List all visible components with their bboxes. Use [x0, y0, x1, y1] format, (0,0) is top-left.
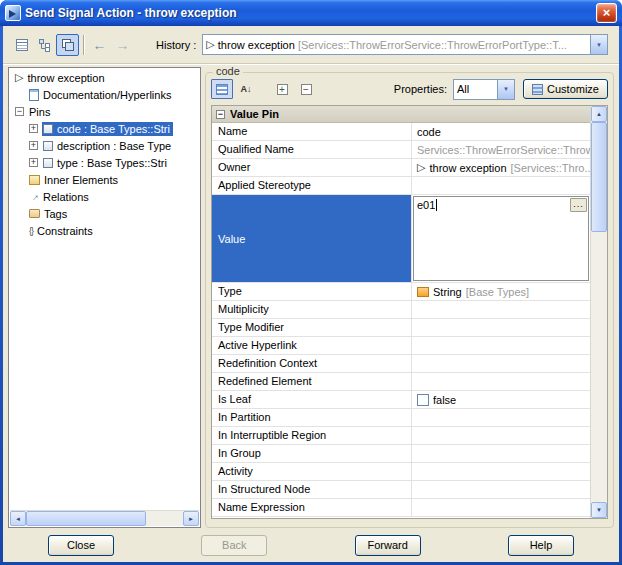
titlebar-close-button[interactable]: × [596, 3, 617, 23]
property-row[interactable]: Redefinition Context [212, 355, 590, 373]
list-view-icon [15, 38, 29, 52]
back-button[interactable]: Back [201, 535, 267, 556]
tree-item[interactable]: −Pins [10, 103, 199, 120]
property-row[interactable]: In Partition [212, 409, 590, 427]
scroll-up-button[interactable]: ▲ [591, 106, 607, 122]
property-value[interactable]: ▷throw exception[Services::Thro... [412, 159, 590, 176]
tree-item[interactable]: →Relations [10, 188, 199, 205]
property-row[interactable]: Type Modifier [212, 319, 590, 337]
list-view-button[interactable] [10, 34, 33, 56]
property-value[interactable] [412, 301, 590, 318]
property-value[interactable] [412, 445, 590, 462]
value-editor[interactable]: e01... [413, 196, 589, 281]
tree-item[interactable]: Documentation/Hyperlinks [10, 86, 199, 103]
history-forward-button[interactable]: → [111, 34, 134, 56]
expand-icon[interactable]: + [29, 158, 38, 167]
tree-item[interactable]: Tags [10, 205, 199, 222]
tree-item[interactable]: +description : Base Type [10, 137, 199, 154]
collapse-all-button[interactable]: − [295, 79, 317, 99]
properties-group: code A↓ + − Properties: All ▼ Customize [205, 72, 614, 528]
scroll-thumb[interactable] [591, 122, 607, 232]
property-value-text: code [417, 126, 441, 138]
property-row[interactable]: Redefined Element [212, 373, 590, 391]
history-combobox[interactable]: ▷ throw exception [Services::ThrowErrorS… [202, 34, 608, 55]
titlebar[interactable]: Send Signal Action - throw exception × [0, 0, 622, 26]
property-row[interactable]: Name Expression [212, 499, 590, 517]
property-value[interactable] [412, 337, 590, 354]
property-row[interactable]: Owner▷throw exception[Services::Thro... [212, 159, 590, 177]
grid-vertical-scrollbar[interactable]: ▲ ▼ [590, 106, 607, 518]
split-view-icon [61, 38, 75, 52]
scroll-thumb[interactable] [26, 511, 146, 526]
tree-item[interactable]: Inner Elements [10, 171, 199, 188]
collapse-icon[interactable]: − [216, 110, 225, 119]
history-value: throw exception [Services::ThrowErrorSer… [215, 39, 590, 51]
categorized-view-button[interactable] [211, 79, 233, 99]
property-value[interactable] [412, 355, 590, 372]
category-header[interactable]: − Value Pin [212, 106, 590, 123]
property-row[interactable]: Multiplicity [212, 301, 590, 319]
property-name: Type [212, 283, 412, 300]
history-back-button[interactable]: ← [88, 34, 111, 56]
tree-item[interactable]: ▷throw exception [10, 69, 199, 86]
tag-icon [29, 209, 40, 218]
split-view-button[interactable] [56, 34, 79, 56]
close-button[interactable]: Close [48, 535, 114, 556]
property-row[interactable]: In Interruptible Region [212, 427, 590, 445]
tree-view-button[interactable] [33, 34, 56, 56]
expand-icon[interactable]: + [29, 141, 38, 150]
property-value[interactable]: e01... [412, 195, 590, 282]
ellipsis-button[interactable]: ... [570, 198, 587, 212]
customize-button[interactable]: Customize [523, 79, 608, 99]
property-rows: NamecodeQualified NameServices::ThrowErr… [212, 123, 590, 518]
forward-button[interactable]: Forward [355, 535, 421, 556]
property-value[interactable]: false [412, 391, 590, 408]
property-name: In Group [212, 445, 412, 462]
tree-item[interactable]: +type : Base Types::Stri [10, 154, 199, 171]
window-title: Send Signal Action - throw exception [25, 6, 237, 20]
sort-alphabetically-button[interactable]: A↓ [235, 79, 257, 99]
expand-icon[interactable]: + [29, 124, 38, 133]
property-value[interactable] [412, 177, 590, 194]
filter-dropdown-button[interactable]: ▼ [497, 80, 514, 99]
property-value[interactable] [412, 319, 590, 336]
property-value[interactable] [412, 463, 590, 480]
history-dropdown-button[interactable]: ▼ [590, 35, 607, 54]
is-leaf-checkbox[interactable] [417, 394, 429, 406]
property-value[interactable] [412, 481, 590, 498]
collapse-icon[interactable]: − [15, 107, 24, 116]
property-grid: − Value Pin NamecodeQualified NameServic… [211, 105, 608, 519]
property-value[interactable] [412, 409, 590, 426]
pin-icon [43, 141, 53, 151]
property-row[interactable]: Qualified NameServices::ThrowErrorServic… [212, 141, 590, 159]
property-value[interactable]: String[Base Types] [412, 283, 590, 300]
history-item: throw exception [218, 39, 295, 51]
help-button[interactable]: Help [508, 535, 574, 556]
scroll-right-button[interactable]: ► [183, 511, 199, 526]
property-row[interactable]: Valuee01... [212, 195, 590, 283]
scroll-left-button[interactable]: ◄ [10, 511, 26, 526]
scroll-track[interactable] [591, 122, 607, 502]
property-value[interactable] [412, 499, 590, 516]
property-row[interactable]: Is Leaffalse [212, 391, 590, 409]
property-row[interactable]: Active Hyperlink [212, 337, 590, 355]
scroll-down-button[interactable]: ▼ [591, 502, 607, 518]
property-row[interactable]: TypeString[Base Types] [212, 283, 590, 301]
tree-item-content: Tags [28, 207, 70, 221]
customize-label: Customize [547, 83, 599, 95]
property-row[interactable]: In Group [212, 445, 590, 463]
property-row[interactable]: Namecode [212, 123, 590, 141]
property-value[interactable]: code [412, 123, 590, 140]
tree-horizontal-scrollbar[interactable]: ◄ ► [10, 510, 199, 526]
tree-item[interactable]: +code : Base Types::Stri [10, 120, 199, 137]
property-row[interactable]: Applied Stereotype [212, 177, 590, 195]
tree-item[interactable]: {}Constraints [10, 222, 199, 239]
property-value[interactable]: Services::ThrowErrorService::Throw... [412, 141, 590, 158]
expand-all-button[interactable]: + [271, 79, 293, 99]
property-row[interactable]: In Structured Node [212, 481, 590, 499]
scroll-track[interactable] [26, 511, 183, 526]
property-value[interactable] [412, 427, 590, 444]
properties-filter-combobox[interactable]: All ▼ [453, 79, 515, 100]
property-value[interactable] [412, 373, 590, 390]
property-row[interactable]: Activity [212, 463, 590, 481]
